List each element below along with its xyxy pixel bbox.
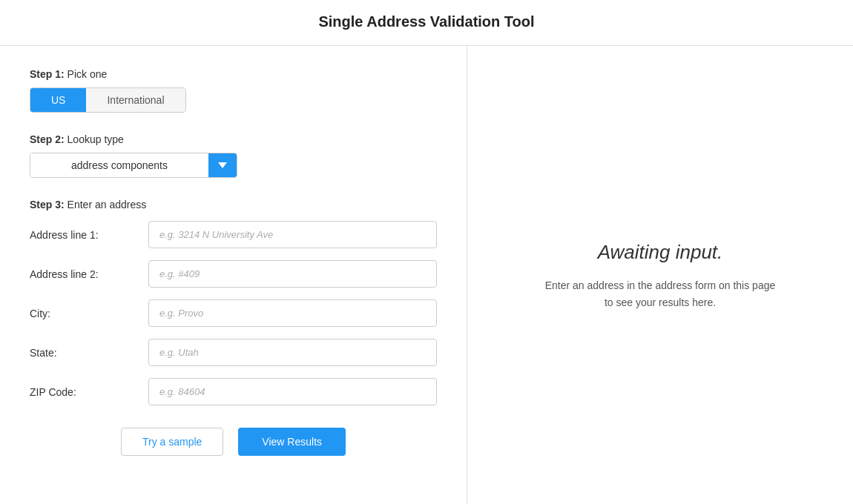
step2-label: Step 2: Lookup type bbox=[30, 133, 437, 145]
toggle-group: US International bbox=[30, 87, 186, 113]
city-label: City: bbox=[30, 308, 148, 319]
step1-label: Step 1: Pick one bbox=[30, 68, 437, 80]
address2-label: Address line 2: bbox=[30, 268, 148, 280]
address1-input[interactable] bbox=[148, 221, 437, 248]
international-toggle-button[interactable]: International bbox=[86, 88, 185, 112]
city-input[interactable] bbox=[148, 299, 437, 327]
address1-label: Address line 1: bbox=[30, 229, 148, 241]
left-panel: Step 1: Pick one US International Step 2… bbox=[0, 46, 467, 504]
step3-label: Step 3: Enter an address bbox=[30, 199, 437, 210]
address2-input[interactable] bbox=[148, 260, 437, 288]
zip-label: ZIP Code: bbox=[30, 386, 148, 398]
button-row: Try a sample View Results bbox=[30, 428, 437, 456]
page-title: Single Address Validation Tool bbox=[0, 0, 853, 45]
state-row: State: bbox=[30, 339, 437, 366]
address1-row: Address line 1: bbox=[30, 221, 437, 248]
awaiting-body: Enter an address in the address form on … bbox=[545, 277, 776, 311]
state-input[interactable] bbox=[148, 339, 437, 366]
address2-row: Address line 2: bbox=[30, 260, 437, 288]
chevron-down-icon bbox=[218, 162, 227, 168]
zip-row: ZIP Code: bbox=[30, 378, 437, 405]
lookup-dropdown-row: address components bbox=[30, 153, 437, 178]
dropdown-arrow-button[interactable] bbox=[208, 153, 237, 177]
state-label: State: bbox=[30, 347, 148, 359]
step2-row: Step 2: Lookup type address components bbox=[30, 133, 437, 178]
us-toggle-button[interactable]: US bbox=[30, 88, 86, 112]
zip-input[interactable] bbox=[148, 378, 437, 405]
city-row: City: bbox=[30, 299, 437, 327]
lookup-dropdown-value: address components bbox=[30, 153, 208, 177]
right-panel: Awaiting input. Enter an address in the … bbox=[467, 46, 853, 504]
lookup-dropdown[interactable]: address components bbox=[30, 153, 237, 178]
try-sample-button[interactable]: Try a sample bbox=[121, 428, 223, 456]
awaiting-title: Awaiting input. bbox=[598, 241, 723, 264]
view-results-button[interactable]: View Results bbox=[238, 428, 346, 456]
step1-row: Step 1: Pick one US International bbox=[30, 68, 437, 113]
